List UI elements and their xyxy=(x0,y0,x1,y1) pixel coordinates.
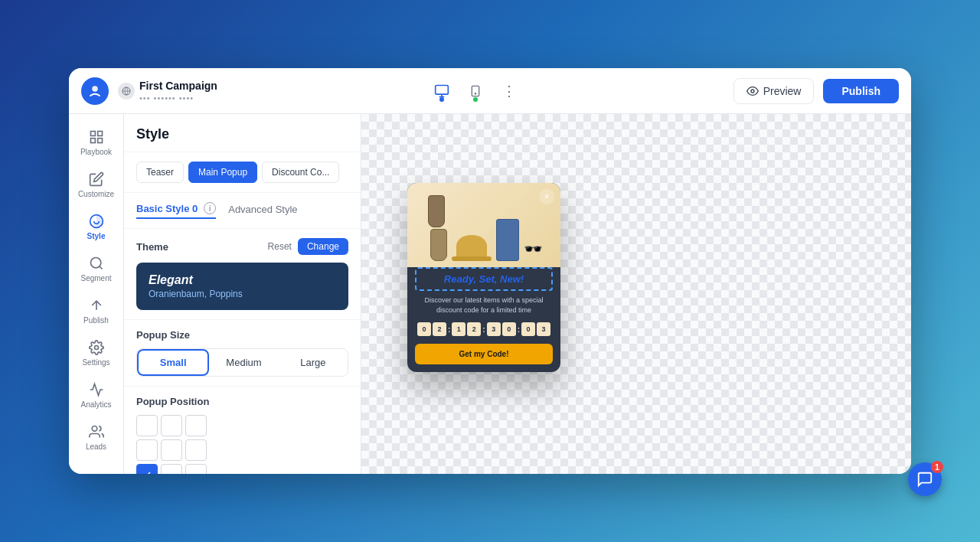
campaign-name: First Campaign xyxy=(139,80,217,92)
countdown-2: 1 xyxy=(452,322,466,336)
svg-rect-9 xyxy=(97,139,102,143)
chat-bubble[interactable]: 1 xyxy=(908,462,942,496)
pos-top-left[interactable] xyxy=(136,415,158,436)
header-actions: Preview Publish xyxy=(733,78,899,104)
shoe-display xyxy=(426,195,447,261)
sidebar-item-customize-label: Customize xyxy=(78,190,114,198)
position-grid xyxy=(136,415,348,474)
countdown-5: 0 xyxy=(502,322,516,336)
svg-point-5 xyxy=(751,90,754,93)
sidebar-item-segment[interactable]: Segment xyxy=(74,250,119,289)
popup-description: Discover our latest items with a special… xyxy=(407,291,560,319)
tab-main-popup[interactable]: Main Popup xyxy=(188,162,257,183)
svg-point-11 xyxy=(90,258,100,268)
countdown-4: 3 xyxy=(487,322,501,336)
chat-notification-badge: 1 xyxy=(931,461,943,473)
pos-top-center[interactable] xyxy=(161,415,182,436)
sidebar-item-leads[interactable]: Leads xyxy=(74,418,119,457)
popup-type-tabs: Teaser Main Popup Discount Co... xyxy=(124,152,361,193)
hat-display xyxy=(452,235,492,261)
popup-cta-button[interactable]: Get my Code! xyxy=(415,344,553,364)
campaign-url: ••• •••••• •••• xyxy=(139,93,217,103)
sidebar-item-customize[interactable]: Customize xyxy=(74,165,119,204)
popup-size-options: Small Medium Large xyxy=(136,348,348,377)
mobile-device-btn[interactable] xyxy=(463,79,488,103)
countdown-timer: 0 2 : 1 2 : 3 0 : 0 3 xyxy=(407,319,560,339)
theme-section: Theme Reset Change Elegant Oranienbaum, … xyxy=(124,229,361,320)
svg-rect-8 xyxy=(90,139,95,143)
publish-button[interactable]: Publish xyxy=(823,79,899,103)
main-layout: Playbook Customize Style Segment Publish… xyxy=(69,114,911,474)
svg-rect-2 xyxy=(435,85,448,94)
pos-bot-center[interactable] xyxy=(161,464,182,474)
popup-position-section: Popup Position xyxy=(124,387,361,474)
pos-top-right[interactable] xyxy=(185,415,207,436)
countdown-0: 0 xyxy=(417,322,431,336)
style-panel: Style Teaser Main Popup Discount Co... B… xyxy=(124,114,361,474)
popup-title: Ready, Set, New! xyxy=(423,273,545,285)
theme-label: Theme Reset Change xyxy=(136,238,348,255)
pos-bot-left[interactable] xyxy=(136,464,158,474)
preview-button[interactable]: Preview xyxy=(733,78,815,104)
info-icon: i xyxy=(204,202,216,214)
pos-mid-center[interactable] xyxy=(161,439,182,461)
popup-preview: × 🕶️ xyxy=(407,183,560,372)
size-large-btn[interactable]: Large xyxy=(279,349,348,376)
jeans-display xyxy=(496,219,519,261)
sidebar-item-segment-label: Segment xyxy=(80,274,111,282)
pos-mid-left[interactable] xyxy=(136,439,158,461)
sidebar-item-publish-label: Publish xyxy=(83,316,109,325)
panel-title: Style xyxy=(124,114,361,152)
countdown-6: 0 xyxy=(521,322,535,336)
svg-point-12 xyxy=(94,346,98,350)
style-type-tabs: Basic Style 0 i Advanced Style xyxy=(124,193,361,229)
tab-basic-style[interactable]: Basic Style 0 i xyxy=(136,202,216,219)
tab-teaser[interactable]: Teaser xyxy=(136,162,184,183)
popup-size-label: Popup Size xyxy=(136,329,348,341)
svg-rect-6 xyxy=(90,132,95,136)
canvas-area: × 🕶️ xyxy=(361,114,911,474)
svg-point-0 xyxy=(92,86,98,92)
device-toolbar: ⋮ xyxy=(227,79,724,103)
sidebar-item-playbook[interactable]: Playbook xyxy=(74,123,119,162)
sidebar-item-settings[interactable]: Settings xyxy=(74,334,119,373)
svg-point-13 xyxy=(92,426,97,432)
app-logo xyxy=(81,77,109,105)
svg-rect-7 xyxy=(97,132,102,136)
desktop-device-btn[interactable] xyxy=(430,79,454,103)
tab-advanced-style[interactable]: Advanced Style xyxy=(228,202,297,219)
reset-theme-btn[interactable]: Reset xyxy=(268,241,292,252)
theme-controls: Reset Change xyxy=(268,238,348,255)
svg-point-4 xyxy=(475,93,475,93)
pos-bot-right[interactable] xyxy=(185,464,207,474)
sidebar-item-playbook-label: Playbook xyxy=(80,148,112,156)
glasses-display: 🕶️ xyxy=(524,240,543,258)
sidebar-item-style[interactable]: Style xyxy=(74,207,119,247)
pos-mid-right[interactable] xyxy=(185,439,207,461)
theme-card: Elegant Oranienbaum, Poppins xyxy=(136,263,348,310)
popup-close-btn[interactable]: × xyxy=(539,189,554,204)
countdown-7: 3 xyxy=(537,322,550,336)
tab-discount-code[interactable]: Discount Co... xyxy=(262,162,339,183)
sidebar-item-publish[interactable]: Publish xyxy=(74,292,119,331)
sidebar-item-analytics[interactable]: Analytics xyxy=(74,376,119,415)
sep-1: : xyxy=(448,325,450,334)
countdown-1: 2 xyxy=(433,322,446,336)
sidebar-item-style-label: Style xyxy=(87,232,106,240)
more-options-btn[interactable]: ⋮ xyxy=(497,79,521,103)
sidebar-item-analytics-label: Analytics xyxy=(80,400,111,409)
popup-title-box: Ready, Set, New! xyxy=(415,267,553,291)
popup-position-label: Popup Position xyxy=(136,396,348,407)
sidebar-item-settings-label: Settings xyxy=(82,358,109,367)
theme-name: Elegant xyxy=(149,273,336,287)
sep-2: : xyxy=(482,325,485,334)
sidebar: Playbook Customize Style Segment Publish… xyxy=(69,114,124,474)
change-theme-btn[interactable]: Change xyxy=(298,238,348,255)
size-small-btn[interactable]: Small xyxy=(137,349,209,376)
sidebar-item-leads-label: Leads xyxy=(86,442,106,451)
header: First Campaign ••• •••••• •••• ⋮ Preview… xyxy=(69,68,911,114)
countdown-3: 2 xyxy=(467,322,481,336)
size-medium-btn[interactable]: Medium xyxy=(209,349,278,376)
theme-fonts: Oranienbaum, Poppins xyxy=(149,289,336,299)
popup-size-section: Popup Size Small Medium Large xyxy=(124,320,361,387)
